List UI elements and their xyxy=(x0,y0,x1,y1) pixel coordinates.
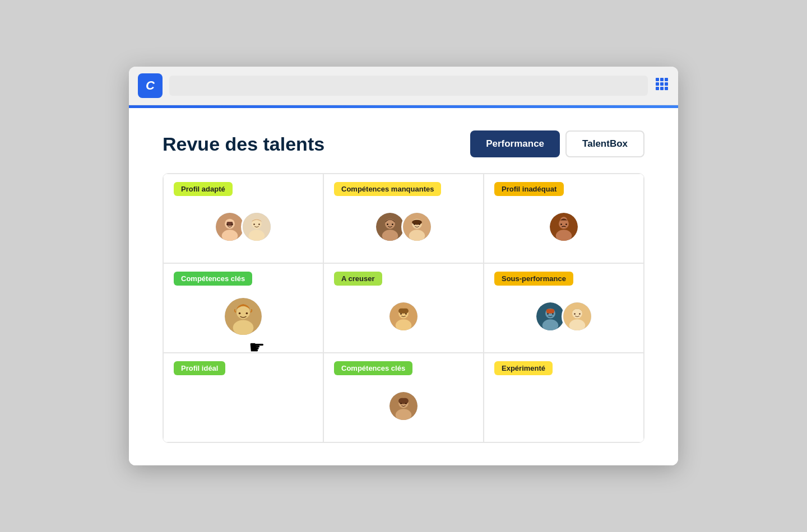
avatars-experimente xyxy=(494,381,633,431)
talent-grid: Profil adapté xyxy=(163,173,644,443)
svg-point-23 xyxy=(387,223,388,225)
svg-point-47 xyxy=(405,313,407,315)
avatars-profil-ideal xyxy=(174,381,313,431)
cursor-hand: ☛ xyxy=(249,337,265,358)
page-header: Revue des talents Performance TalentBox xyxy=(163,130,644,157)
avatars-a-creuser xyxy=(334,291,473,341)
badge-sous-performance: Sous-performance xyxy=(494,272,573,286)
cell-profil-adapte[interactable]: Profil adapté xyxy=(163,174,323,263)
avatar-4 xyxy=(401,211,433,242)
badge-competences-cles-1: Compétences clés xyxy=(174,272,252,286)
badge-experimente: Expérimenté xyxy=(494,361,553,375)
avatar-5 xyxy=(548,211,579,242)
badge-a-creuser: A creuser xyxy=(334,272,382,286)
cell-profil-inadequat[interactable]: Profil inadéquat xyxy=(484,174,644,263)
svg-rect-7 xyxy=(660,87,664,90)
cell-sous-performance[interactable]: Sous-performance xyxy=(484,263,644,353)
svg-rect-8 xyxy=(665,87,668,90)
svg-rect-0 xyxy=(656,78,659,81)
avatars-profil-adapte xyxy=(174,202,313,251)
svg-point-41 xyxy=(246,312,248,314)
svg-point-39 xyxy=(233,320,254,335)
avatar-2 xyxy=(241,211,272,242)
svg-point-29 xyxy=(414,223,415,225)
svg-point-53 xyxy=(552,313,554,315)
avatars-sous-performance xyxy=(494,291,633,341)
performance-button[interactable]: Performance xyxy=(470,130,560,157)
avatar-7 xyxy=(388,301,419,332)
talentbox-button[interactable]: TalentBox xyxy=(565,130,644,157)
svg-rect-51 xyxy=(546,309,554,313)
main-content: Revue des talents Performance TalentBox … xyxy=(129,108,678,465)
badge-competences-manquantes: Compétences manquantes xyxy=(334,182,441,196)
svg-rect-62 xyxy=(398,398,409,404)
svg-point-13 xyxy=(226,223,228,225)
svg-rect-4 xyxy=(660,82,664,86)
svg-point-52 xyxy=(547,313,549,315)
svg-point-57 xyxy=(574,313,576,315)
svg-point-35 xyxy=(565,223,567,225)
cell-competences-cles-1[interactable]: Compétences clés xyxy=(163,263,323,353)
svg-point-40 xyxy=(239,312,241,314)
cell-experimente[interactable]: Expérimenté xyxy=(484,353,644,442)
cell-a-creuser[interactable]: A creuser xyxy=(323,263,484,353)
svg-point-18 xyxy=(253,223,255,225)
badge-competences-cles-2: Compétences clés xyxy=(334,361,412,375)
avatars-competences-manquantes xyxy=(334,202,473,251)
avatars-profil-inadequat xyxy=(494,202,633,251)
svg-rect-1 xyxy=(660,78,664,81)
svg-point-64 xyxy=(405,403,407,404)
cell-competences-cles-2[interactable]: Compétences clés xyxy=(323,353,484,442)
svg-point-19 xyxy=(258,223,260,225)
browser-window: C Revue des talents Performance xyxy=(129,67,678,465)
badge-profil-adapte: Profil adapté xyxy=(174,182,233,196)
svg-rect-28 xyxy=(412,220,422,225)
badge-profil-inadequat: Profil inadéquat xyxy=(494,182,564,196)
svg-point-24 xyxy=(392,223,393,225)
svg-rect-2 xyxy=(665,78,668,81)
avatars-competences-cles-2 xyxy=(334,381,473,431)
app-logo: C xyxy=(138,73,163,98)
svg-rect-6 xyxy=(656,87,659,90)
svg-point-34 xyxy=(560,223,562,225)
page-title: Revue des talents xyxy=(163,133,324,155)
avatars-competences-cles-1: ☛ xyxy=(174,291,313,341)
browser-chrome: C xyxy=(129,67,678,105)
svg-point-46 xyxy=(400,313,402,315)
avatar-6 xyxy=(223,296,263,337)
grid-icon[interactable] xyxy=(655,77,669,95)
svg-point-63 xyxy=(400,403,402,404)
svg-rect-5 xyxy=(665,82,668,86)
badge-profil-ideal: Profil idéal xyxy=(174,361,225,375)
avatar-10 xyxy=(388,390,419,422)
avatar-9 xyxy=(562,301,593,332)
svg-point-30 xyxy=(419,223,420,225)
svg-rect-3 xyxy=(656,82,659,86)
svg-point-14 xyxy=(231,223,233,225)
address-bar[interactable] xyxy=(169,76,648,96)
header-buttons: Performance TalentBox xyxy=(470,130,644,157)
cell-competences-manquantes[interactable]: Compétences manquantes xyxy=(323,174,484,263)
cell-profil-ideal[interactable]: Profil idéal xyxy=(163,353,323,442)
svg-point-58 xyxy=(579,313,581,315)
